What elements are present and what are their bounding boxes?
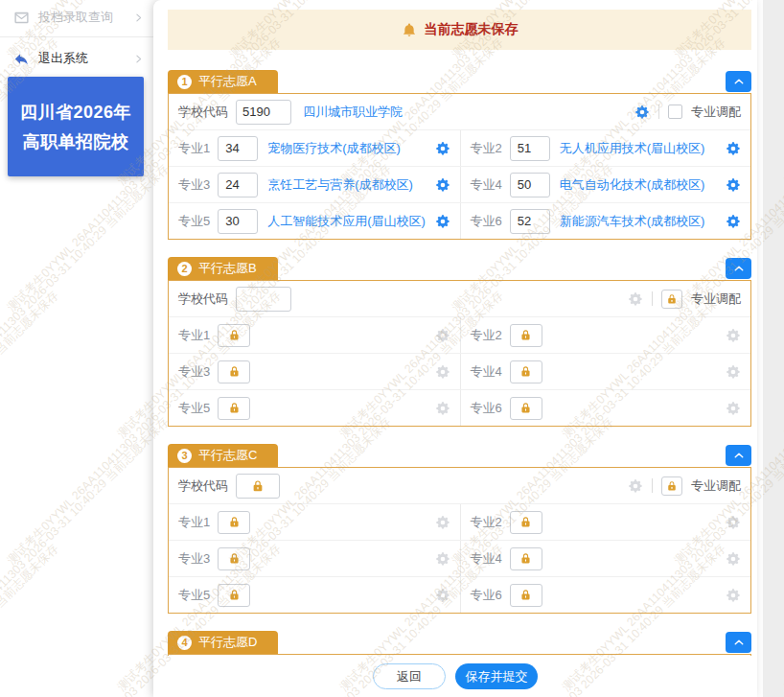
- divider: [652, 291, 653, 306]
- major-code-input[interactable]: [218, 209, 258, 234]
- major-row: 专业3烹饪工艺与营养(成都校区)专业4电气自动化技术(成都校区): [169, 166, 750, 202]
- lock-icon: [228, 365, 241, 378]
- major-code-locked: [218, 324, 250, 347]
- major-name-link[interactable]: 无人机应用技术(眉山校区): [560, 140, 705, 157]
- lock-icon: [228, 516, 241, 528]
- section-title: 平行志愿A: [198, 73, 257, 90]
- unsaved-alert-text: 当前志愿未保存: [425, 21, 519, 38]
- school-code-input[interactable]: [236, 287, 291, 312]
- volunteer-sections: 1平行志愿A学校代码四川城市职业学院专业调配专业1宠物医疗技术(成都校区)专业2…: [168, 70, 751, 697]
- major-gear-icon[interactable]: [435, 214, 450, 229]
- lock-icon: [519, 516, 532, 528]
- major-row: 专业1宠物医疗技术(成都校区)专业2无人机应用技术(眉山校区): [169, 130, 750, 166]
- scrollbar-track[interactable]: [763, 0, 784, 697]
- unsaved-alert-banner: 当前志愿未保存: [168, 10, 751, 50]
- major-gear-icon: [726, 551, 741, 567]
- major-label: 专业4: [471, 550, 502, 568]
- major-name-link[interactable]: 烹饪工艺与营养(成都校区): [267, 176, 413, 194]
- major-cell: 专业5: [169, 577, 460, 613]
- parallel-volunteer-section-b: 2平行志愿B学校代码专业调配专业1专业2专业3专业4专业5专业6: [168, 257, 751, 427]
- school-row-controls: 专业调配: [634, 104, 741, 121]
- school-gear-icon[interactable]: [634, 105, 650, 120]
- major-code-locked: [510, 324, 542, 347]
- section-title: 平行志愿C: [198, 447, 257, 464]
- section-tab: 1平行志愿A: [168, 70, 278, 93]
- major-cell: 专业4: [460, 354, 751, 389]
- save-submit-button[interactable]: 保存并提交: [455, 663, 538, 689]
- major-row: 专业3专业4: [169, 353, 750, 389]
- collapse-button[interactable]: [726, 445, 751, 466]
- major-label: 专业6: [471, 400, 502, 417]
- collapse-button[interactable]: [726, 258, 751, 279]
- collapse-button[interactable]: [726, 71, 751, 92]
- school-gear-icon: [628, 291, 643, 307]
- major-code-input[interactable]: [218, 173, 258, 197]
- school-code-row: 学校代码专业调配: [169, 468, 750, 504]
- major-label: 专业5: [178, 400, 210, 417]
- major-cell: 专业6: [460, 390, 751, 426]
- major-code-locked: [510, 360, 542, 383]
- major-cell: 专业2: [460, 317, 751, 353]
- section-box: 学校代码专业调配专业1专业2专业3专业4专业5专业6: [168, 467, 751, 614]
- sidebar-item-admission-query[interactable]: 投档录取查询: [0, 0, 153, 35]
- major-adjust-label: 专业调配: [691, 477, 741, 495]
- lock-icon: [228, 329, 241, 341]
- divider: [652, 478, 653, 493]
- school-code-input[interactable]: [236, 100, 291, 125]
- major-label: 专业2: [471, 514, 502, 531]
- school-code-row: 学校代码专业调配: [169, 281, 750, 317]
- back-button[interactable]: 返回: [373, 663, 446, 689]
- major-label: 专业4: [471, 176, 502, 194]
- major-code-input[interactable]: [510, 136, 550, 161]
- major-cell: 专业1: [169, 317, 460, 353]
- major-name-link[interactable]: 宠物医疗技术(成都校区): [267, 140, 401, 157]
- section-number-badge: 1: [177, 75, 192, 89]
- footer-bar: 返回 保存并提交: [153, 656, 757, 697]
- major-adjust-label: 专业调配: [691, 104, 741, 121]
- major-cell: 专业5人工智能技术应用(眉山校区): [169, 203, 460, 239]
- school-name-link[interactable]: 四川城市职业学院: [303, 104, 403, 121]
- major-label: 专业1: [178, 140, 210, 157]
- major-code-locked: [218, 511, 250, 534]
- major-label: 专业6: [471, 587, 502, 604]
- collapse-button[interactable]: [726, 632, 751, 653]
- major-name-link[interactable]: 新能源汽车技术(成都校区): [560, 213, 705, 230]
- major-cell: 专业3烹饪工艺与营养(成都校区): [169, 167, 460, 202]
- major-gear-icon: [726, 515, 741, 530]
- major-gear-icon[interactable]: [726, 141, 741, 156]
- major-gear-icon: [435, 551, 450, 567]
- envelope-icon: [13, 10, 30, 26]
- major-cell: 专业5: [169, 390, 460, 426]
- major-adjust-checkbox[interactable]: [668, 105, 682, 119]
- lock-icon: [519, 365, 532, 378]
- school-code-row: 学校代码四川城市职业学院专业调配: [169, 94, 750, 130]
- major-code-input[interactable]: [218, 136, 258, 161]
- major-label: 专业3: [178, 176, 210, 194]
- major-gear-icon[interactable]: [726, 214, 741, 229]
- major-row: 专业1专业2: [169, 317, 750, 353]
- major-cell: 专业1宠物医疗技术(成都校区): [169, 130, 460, 166]
- school-row-controls: 专业调配: [628, 290, 741, 309]
- major-cell: 专业1: [169, 504, 460, 540]
- lock-icon: [519, 329, 532, 341]
- major-label: 专业3: [178, 550, 210, 568]
- major-code-input[interactable]: [510, 209, 550, 234]
- sidebar-item-logout[interactable]: 退出系统: [0, 41, 153, 76]
- major-gear-icon: [435, 515, 450, 530]
- major-gear-icon[interactable]: [435, 141, 450, 156]
- section-title: 平行志愿D: [198, 634, 257, 651]
- major-row: 专业5专业6: [169, 389, 750, 426]
- major-code-locked: [218, 360, 250, 383]
- section-number-badge: 2: [177, 262, 192, 276]
- school-code-label: 学校代码: [178, 477, 228, 495]
- major-gear-icon[interactable]: [726, 177, 741, 193]
- section-box: 学校代码专业调配专业1专业2专业3专业4专业5专业6: [168, 280, 751, 427]
- major-code-input[interactable]: [510, 173, 550, 197]
- major-label: 专业2: [471, 140, 502, 157]
- major-name-link[interactable]: 人工智能技术应用(眉山校区): [267, 213, 426, 230]
- major-name-link[interactable]: 电气自动化技术(成都校区): [560, 176, 705, 194]
- lock-icon: [519, 402, 532, 414]
- major-gear-icon[interactable]: [435, 177, 450, 193]
- major-gear-icon: [435, 588, 450, 603]
- chevron-right-icon: [133, 54, 144, 64]
